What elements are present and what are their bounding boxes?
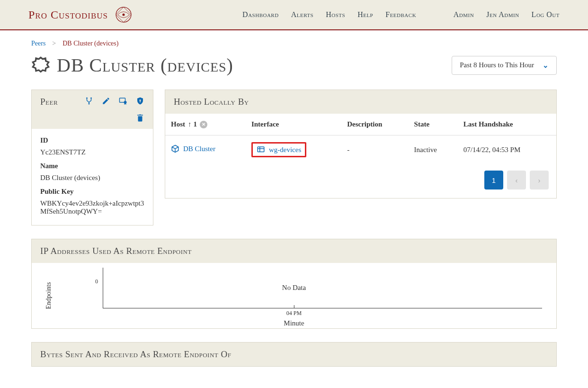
chevron-down-icon: ⌄ <box>543 61 549 70</box>
svg-marker-2 <box>33 57 48 72</box>
page-title: DB Cluster (devices) <box>31 54 233 76</box>
col-last-handshake[interactable]: Last Handshake <box>458 114 556 135</box>
shield-key-icon[interactable] <box>136 97 144 105</box>
cube-icon <box>171 144 179 153</box>
time-range-label: Past 8 Hours to This Hour <box>460 61 534 69</box>
col-host-label: Host <box>171 120 185 128</box>
nav-feedback[interactable]: Feedback <box>385 10 416 19</box>
breadcrumb-sep: > <box>52 40 56 47</box>
interface-link[interactable]: wg-devices <box>257 145 301 154</box>
breadcrumb: Peers > DB Cluster (devices) <box>31 40 557 47</box>
fork-icon[interactable] <box>85 97 93 105</box>
cell-state: Inactive <box>409 135 458 164</box>
peer-pubkey-value: WBKYcy4ev2e93zkojk+aIcpzwtpt3MfSeh5Unotp… <box>40 199 144 216</box>
hosted-header: Hosted Locally By <box>165 90 556 114</box>
svg-point-3 <box>86 98 88 99</box>
col-description[interactable]: Description <box>341 114 408 135</box>
time-range-select[interactable]: Past 8 Hours to This Hour ⌄ <box>452 56 557 75</box>
interface-icon <box>257 145 265 154</box>
host-name: DB Cluster <box>183 145 215 153</box>
chart-x-tick: 04 PM <box>286 310 302 317</box>
col-state[interactable]: State <box>409 114 458 135</box>
page-title-text: DB Cluster (devices) <box>57 54 233 76</box>
cell-handshake: 07/14/22, 04:53 PM <box>458 135 556 164</box>
nav-secondary: Admin Jen Admin Log Out <box>454 10 560 19</box>
col-host[interactable]: Host ↑ 1 ✕ <box>165 114 246 135</box>
nav-hosts[interactable]: Hosts <box>326 10 345 19</box>
nav-alerts[interactable]: Alerts <box>291 10 314 19</box>
certificate-icon[interactable] <box>119 97 127 105</box>
nav-dashboard[interactable]: Dashboard <box>242 10 279 19</box>
brand-logo-icon <box>114 5 134 25</box>
svg-point-7 <box>124 101 127 104</box>
edit-icon[interactable] <box>102 97 110 105</box>
arrow-up-icon: ↑ <box>188 120 192 128</box>
breadcrumb-current: DB Cluster (devices) <box>62 40 118 47</box>
trash-icon[interactable] <box>136 114 144 122</box>
nav-primary: Dashboard Alerts Hosts Help Feedback <box>242 10 416 19</box>
clear-sort-icon[interactable]: ✕ <box>200 121 207 128</box>
hosted-table: Host ↑ 1 ✕ Interface Description State <box>165 114 556 164</box>
peer-name-label: Name <box>40 162 144 170</box>
sort-number: 1 <box>194 120 197 128</box>
interface-highlight: wg-devices <box>251 142 306 157</box>
ip-endpoint-chart-header: IP Addresses Used As Remote Endpoint <box>32 239 556 263</box>
table-row: DB Cluster wg-devices <box>165 135 556 164</box>
peer-header-label: Peer <box>40 97 58 107</box>
bytes-chart-header: Bytes Sent And Received As Remote Endpoi… <box>32 343 556 366</box>
svg-point-4 <box>90 98 92 99</box>
chart-xlabel: Minute <box>284 319 304 327</box>
chevron-left-icon: ‹ <box>516 176 518 184</box>
top-bar: Pro Custodibus Dashboard Alerts Hosts He… <box>0 0 588 30</box>
page-prev-button: ‹ <box>507 171 526 189</box>
pagination: 1 ‹ › <box>165 164 556 198</box>
brand-text: Pro Custodibus <box>28 9 108 21</box>
chart-y-tick: 0 <box>95 278 98 285</box>
peer-pubkey-label: Public Key <box>40 188 144 196</box>
svg-point-1 <box>123 13 125 16</box>
breadcrumb-root[interactable]: Peers <box>31 40 45 47</box>
bytes-chart-card: Bytes Sent And Received As Remote Endpoi… <box>31 342 557 367</box>
col-interface[interactable]: Interface <box>246 114 341 135</box>
nav-help[interactable]: Help <box>357 10 373 19</box>
hosted-card: Hosted Locally By Host ↑ 1 ✕ <box>165 90 557 199</box>
peer-name-value: DB Cluster (devices) <box>40 174 144 182</box>
nav-logout[interactable]: Log Out <box>532 10 560 19</box>
chart-axes <box>103 268 542 308</box>
page-next-button: › <box>530 171 549 189</box>
interface-name: wg-devices <box>269 146 301 154</box>
svg-rect-9 <box>140 100 141 102</box>
chart-ylabel: Endpoints <box>45 282 53 309</box>
svg-rect-10 <box>258 147 264 152</box>
peer-id-value: Yc23ENST7TZ <box>40 148 144 156</box>
nav-jen-admin[interactable]: Jen Admin <box>486 10 519 19</box>
peer-card: Peer ID Yc23ENST7TZ Name DB Cluster (dev… <box>31 90 153 226</box>
page-1-button[interactable]: 1 <box>484 171 503 189</box>
chart-no-data: No Data <box>282 284 306 292</box>
peer-id-label: ID <box>40 136 144 144</box>
nav-admin[interactable]: Admin <box>454 10 474 19</box>
brand[interactable]: Pro Custodibus <box>28 5 134 25</box>
ip-endpoint-chart: Endpoints 0 No Data 04 PM Minute <box>32 263 556 328</box>
ip-endpoint-chart-card: IP Addresses Used As Remote Endpoint End… <box>31 239 557 329</box>
badge-icon <box>31 56 50 75</box>
chevron-right-icon: › <box>538 176 541 184</box>
svg-point-5 <box>89 103 90 105</box>
cell-description: - <box>341 135 408 164</box>
host-link[interactable]: DB Cluster <box>171 144 215 153</box>
sort-indicator: ↑ 1 <box>188 120 197 128</box>
